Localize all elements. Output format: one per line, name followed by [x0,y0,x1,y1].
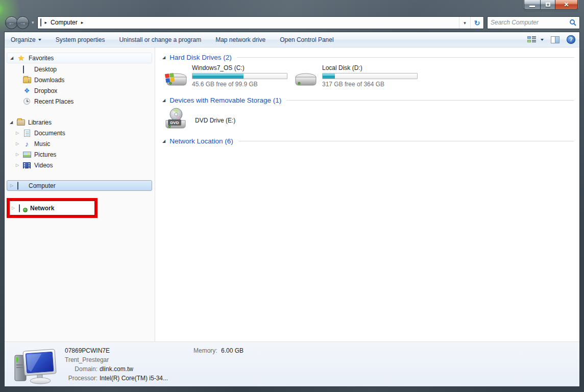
sidebar-item-desktop[interactable]: Desktop [5,64,155,75]
computer-icon [17,182,26,190]
preview-pane-button[interactable] [551,36,559,43]
hard-drive-windows-icon [163,68,189,91]
sidebar-item-network[interactable]: ▷ Network [10,203,94,213]
window-controls: ✕ [524,0,578,10]
collapse-icon[interactable]: ▷ [10,183,17,188]
sidebar-item-computer[interactable]: ▷ Computer [7,180,152,191]
sidebar-item-favorites[interactable]: ◢ ★ Favorites [7,53,152,63]
collapse-section-icon[interactable]: ◢ [162,98,165,103]
items-view: ◢ Hard Disk Drives (2) [155,47,579,341]
collapse-icon[interactable]: ▷ [16,131,22,135]
drive-d-tile[interactable]: Local Disk (D:) 317 GB free of 364 GB [294,64,424,91]
drive-d-free-space: 317 GB free of 364 GB [322,81,418,88]
section-removable-storage[interactable]: ◢ Devices with Removable Storage (1) [162,96,574,104]
change-view-button[interactable] [527,36,544,43]
views-dropdown-icon [541,39,544,41]
open-control-panel-button[interactable]: Open Control Panel [280,36,333,43]
libraries-icon [16,118,25,127]
navigation-bar: ← → ▾ ▸ Computer ▸ ▾ ↻ [4,14,580,31]
maximize-button[interactable] [540,0,555,10]
close-button[interactable]: ✕ [555,0,578,10]
help-button[interactable]: ? [567,35,575,44]
processor-label: Processor: [65,374,98,383]
recent-places-icon [22,97,31,106]
minimize-button[interactable] [524,0,540,10]
views-icon [527,36,536,43]
documents-icon [22,129,31,137]
desktop-icon [22,65,31,74]
forward-icon: → [19,18,27,27]
system-properties-button[interactable]: System properties [56,36,105,43]
sidebar-item-pictures[interactable]: ▷ Pictures [5,149,155,160]
sidebar-item-downloads[interactable]: ↓ Downloads [5,75,155,85]
breadcrumb-arrow-icon[interactable]: ▸ [81,20,84,25]
videos-icon [22,161,31,169]
domain-value: dlink.com.tw [100,365,133,373]
search-input[interactable] [491,19,569,26]
dvd-drive-tile[interactable]: DVD DVD Drive (E:) [163,107,574,133]
collapse-icon[interactable]: ▷ [16,141,22,146]
drive-c-free-space: 45.6 GB free of 99.9 GB [192,81,287,88]
sidebar-item-music[interactable]: ▷ ♪ Music [5,138,155,149]
section-network-location[interactable]: ◢ Network Location (6) [162,137,574,145]
drive-c-capacity-bar [192,73,287,79]
expand-icon[interactable]: ◢ [10,120,16,125]
breadcrumb-computer[interactable]: Computer [51,19,78,26]
computer-mini-icon [40,19,41,26]
address-dropdown-button[interactable]: ▾ [459,17,470,29]
svg-text:DVD: DVD [171,120,179,125]
computer-name: 07869PCWIN7E [65,346,193,355]
uninstall-program-button[interactable]: Uninstall or change a program [119,36,201,43]
search-box[interactable] [487,16,580,29]
forward-button[interactable]: → [16,16,29,29]
domain-label: Domain: [65,364,98,374]
close-icon: ✕ [564,2,569,8]
processor-value: Intel(R) Core(TM) i5-34... [100,375,168,382]
collapse-icon[interactable]: ▷ [12,206,18,210]
hard-drive-icon [294,68,319,91]
organize-dropdown-icon [38,39,41,41]
memory-label: Memory: [193,347,217,354]
collapse-section-icon[interactable]: ◢ [162,55,165,60]
expand-icon[interactable]: ◢ [10,56,17,60]
collapse-section-icon[interactable]: ◢ [162,139,165,143]
collapse-icon[interactable]: ▷ [16,152,22,157]
music-icon: ♪ [22,140,31,148]
maximize-icon [546,3,550,7]
dropbox-icon: ❖ [22,87,31,95]
collapse-icon[interactable]: ▷ [16,163,22,167]
history-buttons: ← → [5,16,29,29]
breadcrumb-arrow-icon: ▸ [45,20,47,25]
section-hard-disk-drives[interactable]: ◢ Hard Disk Drives (2) [162,54,574,61]
sidebar-item-documents[interactable]: ▷ Documents [5,128,155,138]
window-content: Organize System properties Uninstall or … [4,32,580,387]
search-icon [569,19,576,26]
drive-c-tile[interactable]: Windows7_OS (C:) 45.6 GB free of 99.9 GB [163,64,294,91]
drive-c-capacity-fill [192,74,244,79]
favorites-star-icon: ★ [17,54,26,62]
network-icon [18,204,27,212]
navigation-pane: ◢ ★ Favorites Desktop ↓ Downloads ❖ [5,47,155,341]
drive-d-name: Local Disk (D:) [322,64,418,71]
computer-large-icon [12,346,65,386]
back-icon: ← [8,18,15,27]
memory-value: 6.00 GB [221,347,244,354]
dvd-drive-icon: DVD [163,107,189,133]
empty-area [160,148,574,332]
minimize-icon [529,6,535,7]
sidebar-item-dropbox[interactable]: ❖ Dropbox [5,85,155,96]
address-bar[interactable]: ▸ Computer ▸ ▾ ↻ [37,16,484,29]
drive-d-capacity-fill [323,74,335,79]
red-annotation-box: ▷ Network [7,198,98,218]
organize-button[interactable]: Organize [11,36,41,43]
recent-pages-dropdown[interactable]: ▾ [32,20,34,25]
dvd-drive-name: DVD Drive (E:) [195,117,235,124]
details-pane: 07869PCWIN7E Trent_Prestegar Domain:dlin… [5,341,579,386]
map-network-drive-button[interactable]: Map network drive [215,36,265,43]
user-name: Trent_Prestegar [65,355,193,364]
sidebar-item-recent-places[interactable]: Recent Places [5,96,155,107]
refresh-icon[interactable]: ↻ [470,17,483,29]
sidebar-item-videos[interactable]: ▷ Videos [5,160,155,170]
sidebar-item-libraries[interactable]: ◢ Libraries [5,117,155,128]
drive-c-name: Windows7_OS (C:) [192,64,287,71]
